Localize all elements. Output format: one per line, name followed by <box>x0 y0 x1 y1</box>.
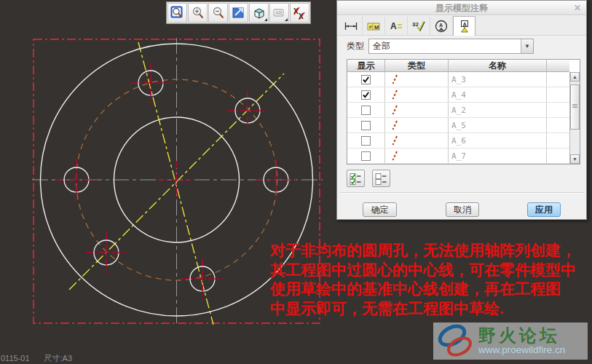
red-annotation-text: 对于非均布的圆周孔，无法使用轴阵列创建，其工程图中过圆心的中心线，可在零件模型中… <box>270 241 592 318</box>
gtol-icon: A <box>434 20 449 33</box>
dimension-icon <box>344 20 358 33</box>
table-row[interactable]: A_2 <box>347 103 580 118</box>
ref-dimension-icon: ø M <box>366 20 381 33</box>
row-name: A_2 <box>451 106 466 115</box>
tab-dimension[interactable] <box>340 17 363 36</box>
forum-url: www.proewildfire.cn <box>478 344 588 356</box>
checkmark-icon <box>362 76 370 84</box>
uncheck-all-icon <box>375 173 387 185</box>
row-checkbox[interactable] <box>361 90 371 100</box>
ok-button[interactable]: 确定 <box>363 202 397 217</box>
type-selected-value: 全部 <box>373 41 390 51</box>
axis-centerline-icon <box>390 119 400 131</box>
document-name: 0115-01 <box>1 354 30 363</box>
checkmark-icon <box>362 91 370 99</box>
footer-separator <box>340 192 585 194</box>
table-row[interactable]: A_6 <box>347 133 580 149</box>
svg-text:32: 32 <box>412 21 419 28</box>
close-icon[interactable]: ✕ <box>574 1 581 15</box>
annotation-type-tabs: ø M A 32 <box>337 16 586 36</box>
table-row[interactable]: A_5 <box>347 118 580 133</box>
sheet-size: 尺寸:A3 <box>44 354 73 363</box>
row-checkbox[interactable] <box>361 151 371 161</box>
svg-text:M: M <box>374 24 379 31</box>
check-all-icon <box>350 173 362 185</box>
row-name: A_6 <box>451 136 466 146</box>
svg-text:A: A <box>462 21 467 28</box>
header-type: 类型 <box>385 60 449 72</box>
annotation-line: 其工程图中过圆心的中心线，可在零件模型中 <box>270 261 592 280</box>
forum-name: 野火论坛 <box>478 327 588 344</box>
dropdown-corner-icon <box>285 18 288 21</box>
status-bar: 0115-01尺寸:A3 <box>1 353 87 364</box>
axis-centerline-icon <box>390 135 400 146</box>
axis-centerline-icon <box>390 104 400 116</box>
row-checkbox[interactable] <box>361 121 371 130</box>
axis-centerline-icon <box>390 89 400 100</box>
show-model-annotations-dialog: 显示模型注释 ✕ ø M <box>336 0 587 220</box>
svg-text:A: A <box>390 21 397 31</box>
tab-surface-finish[interactable]: 32 <box>408 17 430 36</box>
annotation-line: 中显示即可，无需在工程图中草绘. <box>270 299 592 319</box>
forum-watermark: 野火论坛 www.proewildfire.cn <box>433 323 588 360</box>
row-checkbox[interactable] <box>361 106 371 115</box>
table-scrollbar[interactable]: ▲ ▼ <box>569 72 580 164</box>
row-name: A_3 <box>451 75 466 84</box>
svg-text:AB: AB <box>275 10 283 15</box>
dropdown-corner-icon <box>264 18 267 21</box>
axis-centerline-icon <box>390 74 400 85</box>
row-checkbox[interactable] <box>361 136 371 146</box>
refit-button[interactable] <box>229 3 248 23</box>
zoom-in-button[interactable] <box>188 3 208 23</box>
scroll-down-icon[interactable]: ▼ <box>570 154 580 164</box>
dialog-title: 显示模型注释 <box>337 1 586 15</box>
row-name: A_5 <box>451 121 466 130</box>
scroll-thumb[interactable] <box>570 84 580 130</box>
table-header: 显示 类型 名称 <box>347 60 580 72</box>
annotation-line: 对于非均布的圆周孔，无法使用轴阵列创建， <box>270 241 592 261</box>
header-blank <box>547 60 569 72</box>
tag-display-button[interactable]: AB <box>269 3 289 23</box>
type-filter-row: 类型 全部 ▼ <box>347 39 534 54</box>
row-name: A_7 <box>451 151 466 161</box>
check-all-button[interactable] <box>347 170 365 187</box>
tab-datum-tag[interactable]: A <box>453 16 475 36</box>
zoom-window-icon <box>170 5 186 21</box>
selection-buttons <box>347 170 390 187</box>
datum-display-button[interactable]: X X <box>290 3 309 23</box>
row-checkbox[interactable] <box>361 75 371 84</box>
tab-gtol[interactable]: A <box>430 17 453 36</box>
cancel-button[interactable]: 取消 <box>446 202 479 217</box>
svg-text:ø: ø <box>369 24 373 29</box>
axis-centerline-icon <box>390 150 400 162</box>
apply-button[interactable]: 应用 <box>527 202 561 217</box>
scroll-up-icon[interactable]: ▲ <box>570 72 580 82</box>
table-row[interactable]: A_3 <box>347 72 580 87</box>
zoom-window-button[interactable] <box>167 3 187 23</box>
refit-icon <box>231 5 247 21</box>
row-name: A_4 <box>451 90 466 100</box>
table-row[interactable]: A_7 <box>347 149 580 164</box>
datum-display-icon: X X <box>292 5 308 21</box>
forum-logo-icon <box>433 323 478 360</box>
zoom-out-icon <box>210 5 226 21</box>
table-row[interactable]: A_4 <box>347 87 580 103</box>
annotation-table: 显示 类型 名称 A_3A_4A_2A_5A_6A_7 ▲ ▼ <box>347 59 580 165</box>
svg-text:A: A <box>439 23 443 28</box>
type-select[interactable]: 全部 ▼ <box>368 39 534 54</box>
zoom-in-icon <box>190 5 206 21</box>
datum-tag-icon: A <box>457 20 472 33</box>
tab-note[interactable]: A <box>385 17 408 36</box>
annotation-table-body: A_3A_4A_2A_5A_6A_7 <box>347 72 580 164</box>
annotation-line: 使用草绘中的基准中心线创建，再在工程图 <box>270 280 592 299</box>
zoom-out-button[interactable] <box>208 3 228 23</box>
uncheck-all-button[interactable] <box>372 170 390 187</box>
view-display-button[interactable] <box>249 3 269 23</box>
header-show: 显示 <box>347 60 385 72</box>
header-name: 名称 <box>449 60 547 72</box>
tab-ref-dimension[interactable]: ø M <box>363 17 385 36</box>
chevron-down-icon[interactable]: ▼ <box>521 39 533 53</box>
note-icon: A <box>389 20 403 33</box>
app-window: AB X X 对于非均布的圆周孔，无法使用轴阵列创建，其工程图中过圆心的中心线，… <box>0 0 592 364</box>
type-label: 类型 <box>347 40 364 52</box>
